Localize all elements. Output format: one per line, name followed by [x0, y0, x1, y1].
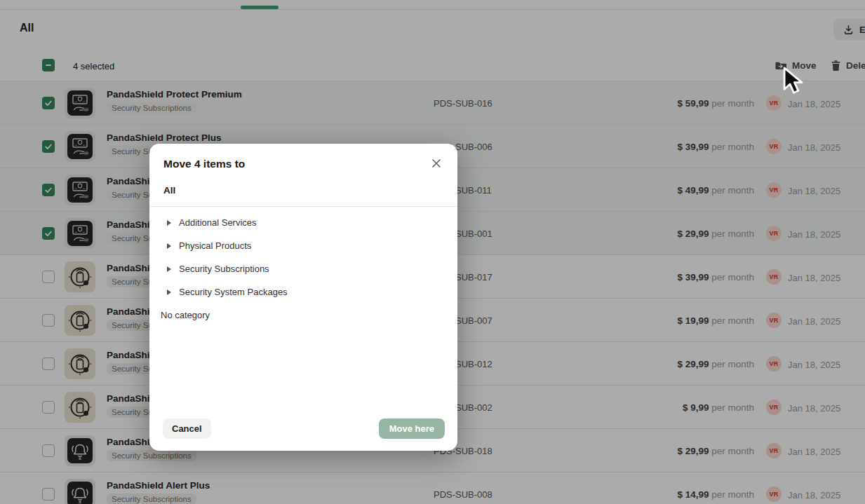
chevron-right-icon: [167, 290, 171, 295]
cancel-button[interactable]: Cancel: [163, 418, 211, 439]
category-tree-item[interactable]: Security System Packages: [149, 280, 457, 304]
modal-title: Move 4 items to: [163, 158, 245, 170]
category-label: Security System Packages: [179, 287, 288, 297]
chevron-right-icon: [167, 220, 171, 226]
chevron-right-icon: [167, 243, 171, 249]
category-label: Additional Services: [179, 217, 257, 228]
category-tree-item[interactable]: Security Subscriptions: [149, 257, 457, 280]
category-label: Physical Products: [179, 240, 251, 251]
modal-divider: [149, 206, 457, 207]
close-button[interactable]: [428, 155, 445, 172]
move-items-modal: Move 4 items to All Additional Services …: [149, 144, 457, 451]
move-here-button[interactable]: Move here: [379, 418, 445, 439]
category-label: Security Subscriptions: [179, 264, 269, 274]
no-category-item[interactable]: No category: [149, 304, 457, 327]
category-tree-item[interactable]: Physical Products: [149, 234, 457, 257]
category-root-item[interactable]: All: [163, 185, 175, 196]
chevron-right-icon: [167, 266, 171, 272]
page: All Export 4 selected Move Delete 24/7 P…: [0, 0, 865, 504]
category-tree-item[interactable]: Additional Services: [149, 211, 457, 234]
close-icon: [431, 158, 441, 168]
category-tree: Additional Services Physical Products Se…: [149, 211, 457, 327]
